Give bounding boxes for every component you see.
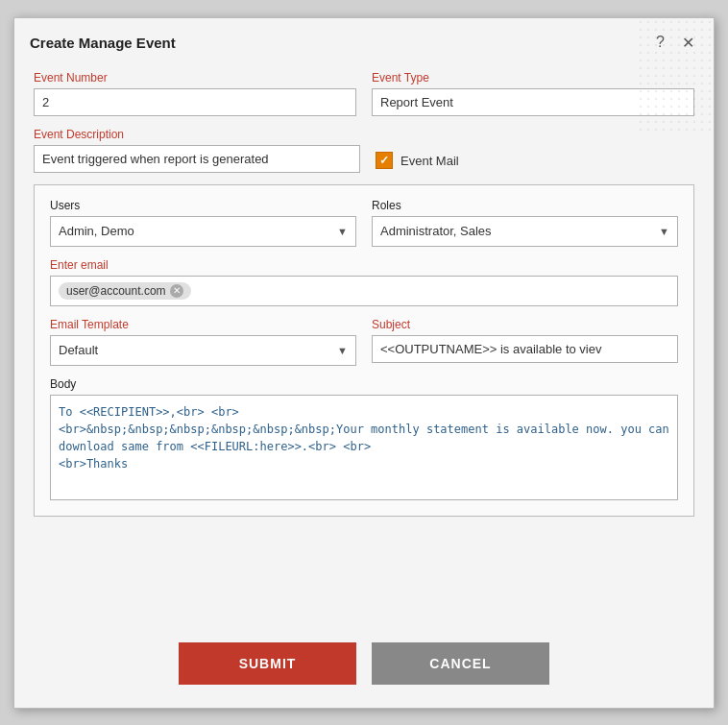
email-tag: user@account.com ✕ <box>59 282 191 300</box>
users-value: Admin, Demo <box>59 224 134 238</box>
dialog-title: Create Manage Event <box>30 35 176 51</box>
users-chevron-icon: ▼ <box>337 226 348 237</box>
roles-label: Roles <box>372 199 678 212</box>
cancel-button[interactable]: CANCEL <box>372 642 549 685</box>
email-tag-value: user@account.com <box>66 284 166 298</box>
email-tag-container[interactable]: user@account.com ✕ <box>50 276 678 306</box>
users-select[interactable]: Admin, Demo ▼ <box>50 216 356 247</box>
event-type-input[interactable] <box>372 88 694 116</box>
enter-email-group: Enter email user@account.com ✕ <box>50 258 678 306</box>
users-roles-row: Users Admin, Demo ▼ Roles Administrator,… <box>50 199 678 247</box>
event-number-input[interactable] <box>34 88 356 116</box>
email-template-select[interactable]: Default ▼ <box>50 335 356 366</box>
enter-email-label: Enter email <box>50 258 678 272</box>
event-description-label: Event Description <box>34 128 360 141</box>
roles-group: Roles Administrator, Sales ▼ <box>372 199 678 247</box>
event-number-type-row: Event Number Event Type <box>34 71 694 116</box>
roles-select[interactable]: Administrator, Sales ▼ <box>372 216 678 247</box>
template-subject-row: Email Template Default ▼ Subject <box>50 318 678 366</box>
email-template-value: Default <box>59 343 98 357</box>
event-description-input[interactable] <box>34 145 360 173</box>
title-bar: Create Manage Event ? ✕ <box>14 18 714 61</box>
email-template-group: Email Template Default ▼ <box>50 318 356 366</box>
event-mail-checkbox[interactable] <box>376 152 393 169</box>
event-mail-group: Event Mail <box>376 149 459 173</box>
body-label: Body <box>50 377 678 391</box>
users-group: Users Admin, Demo ▼ <box>50 199 356 247</box>
subject-label: Subject <box>372 318 678 331</box>
subject-input[interactable] <box>372 335 678 363</box>
title-bar-icons: ? ✕ <box>652 32 698 54</box>
close-button[interactable]: ✕ <box>678 32 698 54</box>
submit-button[interactable]: SUBMIT <box>179 642 356 685</box>
subject-group: Subject <box>372 318 678 366</box>
event-mail-label: Event Mail <box>400 154 459 168</box>
remove-email-icon[interactable]: ✕ <box>170 284 183 298</box>
email-config-section: Users Admin, Demo ▼ Roles Administrator,… <box>34 184 694 517</box>
template-chevron-icon: ▼ <box>337 345 348 356</box>
body-group: Body To <<RECIPIENT>>,<br> <br> <br>&nbs… <box>50 377 678 500</box>
users-label: Users <box>50 199 356 212</box>
roles-chevron-icon: ▼ <box>659 226 669 237</box>
button-row: SUBMIT CANCEL <box>14 627 714 708</box>
event-type-group: Event Type <box>372 71 694 116</box>
email-template-label: Email Template <box>50 318 356 331</box>
dialog-body: Event Number Event Type Event Descriptio… <box>14 61 714 627</box>
roles-value: Administrator, Sales <box>380 224 492 238</box>
event-number-label: Event Number <box>34 71 356 85</box>
event-number-group: Event Number <box>34 71 356 116</box>
event-description-group: Event Description <box>34 128 360 173</box>
event-description-row: Event Description Event Mail <box>34 128 694 173</box>
event-type-label: Event Type <box>372 71 694 85</box>
body-textarea[interactable]: To <<RECIPIENT>>,<br> <br> <br>&nbsp;&nb… <box>50 395 678 500</box>
create-manage-event-dialog: Create Manage Event ? ✕ Event Number Eve… <box>13 17 715 709</box>
help-button[interactable]: ? <box>652 32 668 53</box>
